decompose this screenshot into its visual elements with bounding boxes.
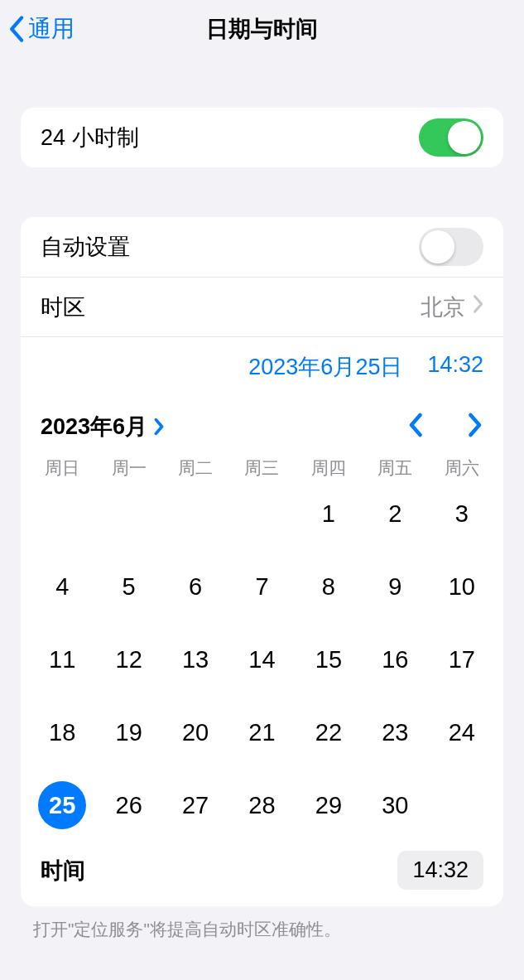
weekday-label: 周三: [228, 456, 295, 480]
calendar-day[interactable]: 18: [29, 708, 95, 756]
page-title: 日期与时间: [206, 14, 318, 44]
chevron-left-icon: [8, 15, 26, 43]
chevron-left-icon: [407, 413, 425, 437]
calendar-day[interactable]: 5: [95, 562, 161, 611]
toggle-autoset[interactable]: [419, 228, 483, 266]
calendar-day[interactable]: 6: [162, 562, 228, 611]
calendar-day[interactable]: 11: [29, 635, 95, 683]
calendar-day[interactable]: 29: [296, 781, 362, 829]
calendar-day[interactable]: 19: [95, 708, 161, 756]
weekday-label: 周六: [429, 456, 495, 480]
month-label: 2023年6月: [41, 412, 147, 442]
label-timezone: 时区: [41, 292, 85, 322]
calendar-day[interactable]: 12: [95, 635, 161, 683]
chevron-right-icon: [465, 413, 483, 437]
next-month-button[interactable]: [465, 413, 483, 441]
chevron-right-icon: [472, 294, 483, 320]
weekday-label: 周日: [29, 456, 95, 480]
calendar-day[interactable]: 9: [362, 562, 428, 611]
time-picker-button[interactable]: 14:32: [397, 851, 483, 890]
calendar-day[interactable]: 20: [162, 708, 228, 756]
weekday-label: 周二: [162, 456, 228, 480]
calendar-day[interactable]: 3: [429, 490, 495, 538]
calendar-day[interactable]: 7: [228, 562, 295, 611]
prev-month-button[interactable]: [407, 413, 425, 441]
row-autoset: 自动设置: [21, 217, 503, 277]
calendar-day[interactable]: 25: [29, 781, 95, 829]
back-label: 通用: [28, 13, 75, 45]
footer-note: 打开"定位服务"将提高自动时区准确性。: [33, 918, 491, 941]
calendar-day[interactable]: 22: [296, 708, 362, 756]
calendar-day[interactable]: 1: [296, 490, 362, 538]
label-24h: 24 小时制: [41, 123, 139, 152]
weekday-label: 周四: [296, 456, 362, 480]
calendar-day[interactable]: 10: [429, 562, 495, 611]
back-button[interactable]: 通用: [8, 13, 75, 45]
row-24h-clock: 24 小时制: [21, 108, 503, 167]
label-autoset: 自动设置: [41, 232, 130, 262]
calendar-day[interactable]: 23: [362, 708, 428, 756]
month-picker-button[interactable]: 2023年6月: [41, 412, 166, 442]
calendar-day[interactable]: 13: [162, 635, 228, 683]
calendar-day[interactable]: 26: [95, 781, 161, 829]
weekday-label: 周五: [362, 456, 428, 480]
calendar-day[interactable]: 24: [429, 708, 495, 756]
toggle-24h[interactable]: [419, 118, 483, 157]
value-timezone: 北京: [421, 292, 465, 322]
time-display-button[interactable]: 14:32: [427, 352, 483, 382]
time-label: 时间: [41, 856, 85, 886]
row-timezone[interactable]: 时区 北京: [21, 277, 503, 336]
calendar-day[interactable]: 17: [429, 635, 495, 683]
calendar-day[interactable]: 21: [228, 708, 295, 756]
calendar-day[interactable]: 15: [296, 635, 362, 683]
calendar-day[interactable]: 8: [296, 562, 362, 611]
calendar-day[interactable]: 16: [362, 635, 428, 683]
calendar-day[interactable]: 14: [228, 635, 295, 683]
calendar-day[interactable]: 4: [29, 562, 95, 611]
calendar-day[interactable]: 2: [362, 490, 428, 538]
date-display-button[interactable]: 2023年6月25日: [248, 352, 402, 382]
calendar-day[interactable]: 27: [162, 781, 228, 829]
weekday-label: 周一: [95, 456, 161, 480]
calendar-day[interactable]: 28: [228, 781, 295, 829]
calendar-day[interactable]: 30: [362, 781, 428, 829]
chevron-right-icon: [152, 417, 166, 437]
